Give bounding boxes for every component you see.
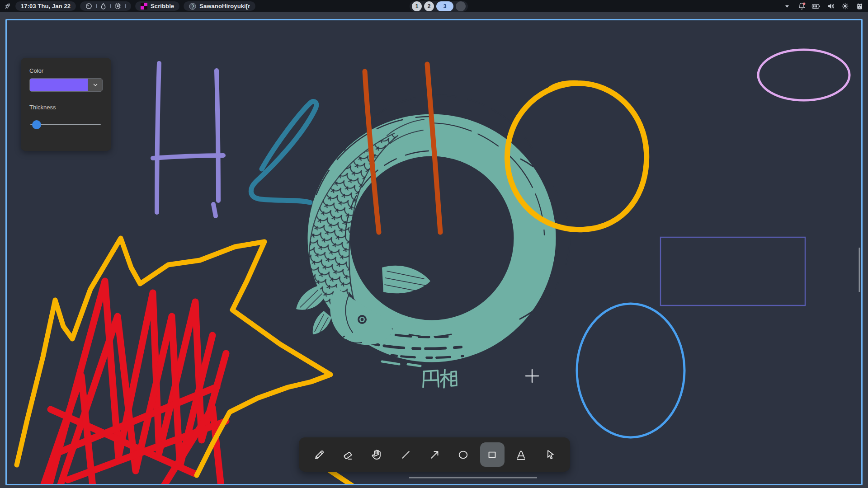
top-bar: 17:03 Thu, Jan 22: [0, 0, 868, 12]
cpu-icon: [114, 3, 121, 9]
desktop: 17:03 Thu, Jan 22: [0, 0, 868, 488]
tool-rectangle-button[interactable]: [480, 442, 505, 467]
text-icon: [515, 449, 527, 461]
workspace-1[interactable]: 1: [412, 1, 422, 11]
bell-icon: [797, 2, 806, 10]
chevron-down-icon: [92, 82, 99, 88]
workspace-2[interactable]: 2: [424, 1, 434, 11]
clock-label: 17:03 Thu, Jan 22: [21, 3, 71, 9]
rectangle-icon: [486, 449, 498, 461]
workspace-switcher: 1 2 3: [410, 1, 468, 12]
volume-icon: [826, 2, 835, 10]
scribble-window: Color Thickness: [5, 19, 863, 485]
temperature-meter: [110, 4, 111, 8]
cursor-icon: [544, 449, 556, 461]
arrow-icon: [429, 449, 441, 461]
eraser-icon: [342, 449, 354, 461]
gauge-icon: [85, 3, 92, 9]
scribble-app-label: Scribble: [151, 3, 174, 9]
tray-owl-slot[interactable]: [853, 0, 866, 12]
brightness-icon: [841, 2, 849, 10]
tool-options-panel: Color Thickness: [21, 58, 111, 151]
app-pill-media[interactable]: SawanoHiroyuki[n: [184, 1, 255, 11]
thickness-label: Thickness: [29, 104, 103, 111]
clock-pill[interactable]: 17:03 Thu, Jan 22: [15, 1, 76, 11]
pink-ellipse-shape: [758, 50, 849, 100]
color-label: Color: [29, 67, 103, 74]
status-area: [780, 0, 866, 12]
top-bar-left: 17:03 Thu, Jan 22: [0, 1, 255, 11]
enso-caption: [423, 370, 457, 388]
tool-arrow-button[interactable]: [422, 442, 447, 467]
media-app-label: SawanoHiroyuki[n: [199, 3, 250, 9]
menu-slot[interactable]: [780, 0, 794, 12]
scribble-app-icon: [141, 3, 147, 9]
tray-owl-icon: [855, 2, 864, 10]
tool-select-button[interactable]: [538, 442, 562, 467]
cpu-meter: [125, 4, 126, 8]
brightness-slot[interactable]: [838, 0, 852, 12]
temperature-icon: [100, 3, 107, 9]
hand-icon: [371, 449, 383, 461]
crosshair-cursor: [526, 370, 538, 382]
blue-ellipse-shape: [577, 304, 684, 437]
app-pill-scribble[interactable]: Scribble: [135, 1, 179, 11]
ellipse-icon: [457, 449, 469, 461]
system-monitor-pill[interactable]: [80, 1, 131, 11]
tool-ellipse-button[interactable]: [451, 442, 476, 467]
tool-pencil-button[interactable]: [307, 442, 331, 467]
launcher-rocket-icon[interactable]: [4, 2, 11, 10]
slider-handle[interactable]: [32, 120, 41, 129]
workspace-3[interactable]: 3: [436, 1, 453, 11]
battery-slot[interactable]: [809, 0, 823, 12]
current-color-swatch[interactable]: [30, 79, 88, 91]
workspace-4[interactable]: [456, 1, 466, 11]
gauge-meter: [96, 4, 97, 8]
pencil-icon: [313, 449, 326, 461]
color-dropdown-button[interactable]: [88, 79, 102, 91]
battery-icon: [811, 2, 821, 11]
volume-slot[interactable]: [824, 0, 837, 12]
color-picker[interactable]: [29, 78, 103, 92]
chevron-down-icon: [783, 2, 791, 10]
tool-text-button[interactable]: [509, 442, 533, 467]
tools-toolbar: [299, 437, 570, 472]
tool-hand-button[interactable]: [365, 442, 389, 467]
line-icon: [400, 449, 412, 461]
purple-rectangle-shape: [660, 237, 805, 305]
tool-line-button[interactable]: [393, 442, 418, 467]
notifications-slot[interactable]: [795, 0, 808, 12]
tool-eraser-button[interactable]: [336, 442, 360, 467]
media-app-icon: [189, 3, 196, 10]
drawing-canvas[interactable]: [7, 20, 861, 484]
thickness-slider[interactable]: [29, 120, 103, 129]
